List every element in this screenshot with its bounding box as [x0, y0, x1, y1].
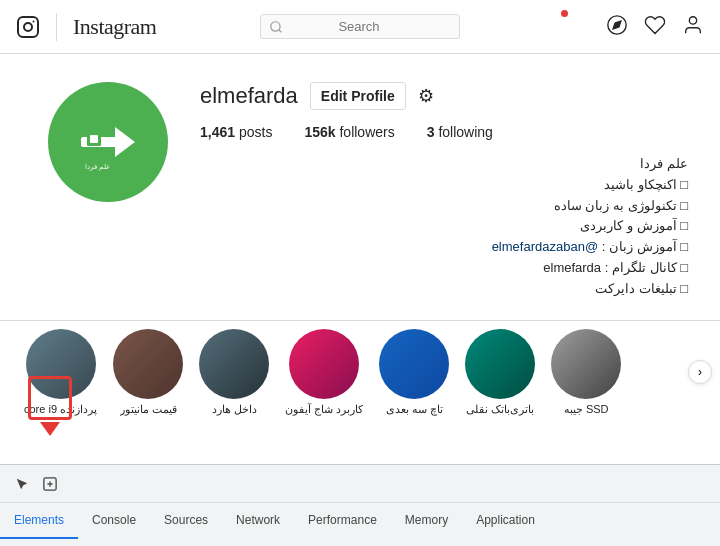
- story-label: قیمت مانیتور: [120, 403, 177, 416]
- story-item[interactable]: تاچ سه بعدی: [379, 329, 449, 416]
- settings-gear-icon[interactable]: ⚙: [418, 85, 434, 107]
- story-item[interactable]: کاربرد شاج آیفون: [285, 329, 363, 416]
- devtools-tab-memory[interactable]: Memory: [391, 503, 462, 539]
- devtools-tab-performance[interactable]: Performance: [294, 503, 391, 539]
- profile-link[interactable]: @elmefardazaban: [492, 239, 598, 254]
- red-arrow-down-icon: [40, 422, 60, 436]
- stories-next-arrow[interactable]: ›: [688, 360, 712, 384]
- svg-marker-6: [613, 21, 621, 29]
- svg-rect-0: [18, 17, 38, 37]
- svg-point-1: [24, 23, 32, 31]
- svg-text:علم فردا: علم فردا: [85, 163, 110, 171]
- story-circle: [379, 329, 449, 399]
- devtools-panel: ElementsConsoleSourcesNetworkPerformance…: [0, 464, 720, 546]
- user-icon: [682, 14, 704, 36]
- compass-icon: [606, 14, 628, 36]
- followers-count: 156k: [304, 124, 335, 140]
- bio-line: □ اکنچکاو باشید: [200, 175, 688, 196]
- devtools-tab-sources[interactable]: Sources: [150, 503, 222, 539]
- followers-stat: 156k followers: [304, 124, 394, 140]
- nav-divider: [56, 13, 57, 41]
- profile-icon-button[interactable]: [682, 14, 704, 39]
- story-circle: [289, 329, 359, 399]
- story-item[interactable]: داخل هارد: [199, 329, 269, 416]
- story-label: تاچ سه بعدی: [386, 403, 443, 416]
- devtools-toolbar: [0, 465, 720, 503]
- bio-line: □ آموزش و کاربردی: [200, 216, 688, 237]
- svg-point-2: [33, 20, 35, 22]
- posts-stat: 1,461 posts: [200, 124, 272, 140]
- bio-line: □ تبلیغات دایرکت: [200, 279, 688, 300]
- devtools-tab-console[interactable]: Console: [78, 503, 150, 539]
- logo-area: Instagram: [16, 13, 156, 41]
- red-arrow-annotation: [28, 376, 72, 436]
- instagram-wordmark: Instagram: [73, 14, 156, 40]
- edit-profile-button[interactable]: Edit Profile: [310, 82, 406, 110]
- username-row: elmefarda Edit Profile ⚙: [200, 82, 688, 110]
- story-item[interactable]: باتری‌باتک نقلی: [465, 329, 535, 416]
- profile-section: علم فردا elmefarda Edit Profile ⚙ 1,461 …: [0, 54, 720, 320]
- compass-icon-button[interactable]: [606, 14, 628, 39]
- story-label: جیبه SSD: [564, 403, 609, 416]
- top-navigation: Instagram: [0, 0, 720, 54]
- cursor-icon: [15, 477, 29, 491]
- story-label: داخل هارد: [212, 403, 257, 416]
- profile-bio: علم فردا□ اکنچکاو باشید□ تکنولوژی به زبا…: [200, 154, 688, 300]
- red-box-highlight: [28, 376, 72, 420]
- heart-icon-button[interactable]: [644, 14, 666, 39]
- search-bar[interactable]: [260, 14, 460, 39]
- stories-row: core i9 پردازندهقیمت مانیتورداخل هاردکار…: [0, 320, 720, 424]
- story-circle: [551, 329, 621, 399]
- svg-rect-12: [90, 135, 98, 143]
- bio-line: □ آموزش زبان : @elmefardazaban: [200, 237, 688, 258]
- svg-line-4: [279, 29, 282, 32]
- bio-line: علم فردا: [200, 154, 688, 175]
- devtools-tab-elements[interactable]: Elements: [0, 503, 78, 539]
- avatar-logo: علم فردا: [63, 97, 153, 187]
- devtools-select-tool[interactable]: [8, 470, 36, 498]
- profile-username: elmefarda: [200, 83, 298, 109]
- story-item[interactable]: قیمت مانیتور: [113, 329, 183, 416]
- inspect-icon: [43, 477, 57, 491]
- devtools-tabs: ElementsConsoleSourcesNetworkPerformance…: [0, 503, 720, 539]
- story-circle: [465, 329, 535, 399]
- posts-label-text: posts: [239, 124, 272, 140]
- devtools-tab-network[interactable]: Network: [222, 503, 294, 539]
- devtools-inspect-tool[interactable]: [36, 470, 64, 498]
- posts-count: 1,461: [200, 124, 235, 140]
- profile-info: elmefarda Edit Profile ⚙ 1,461 posts 156…: [200, 82, 688, 300]
- svg-point-3: [271, 21, 280, 30]
- svg-point-7: [689, 17, 696, 24]
- instagram-camera-icon: [16, 15, 40, 39]
- following-stat: 3 following: [427, 124, 493, 140]
- profile-stats: 1,461 posts 156k followers 3 following: [200, 124, 688, 140]
- bio-line: □ تکنولوژی به زبان ساده: [200, 196, 688, 217]
- search-icon: [269, 20, 283, 34]
- story-circle: [199, 329, 269, 399]
- following-count: 3: [427, 124, 435, 140]
- story-circle: [113, 329, 183, 399]
- devtools-tab-application[interactable]: Application: [462, 503, 549, 539]
- search-input[interactable]: [289, 19, 429, 34]
- profile-avatar: علم فردا: [48, 82, 168, 202]
- story-label: باتری‌باتک نقلی: [466, 403, 534, 416]
- story-label: کاربرد شاج آیفون: [285, 403, 363, 416]
- story-item[interactable]: جیبه SSD: [551, 329, 621, 416]
- heart-icon: [644, 14, 666, 36]
- bio-line: □ کانال تلگرام : elmefarda: [200, 258, 688, 279]
- nav-right-icons: [606, 14, 704, 39]
